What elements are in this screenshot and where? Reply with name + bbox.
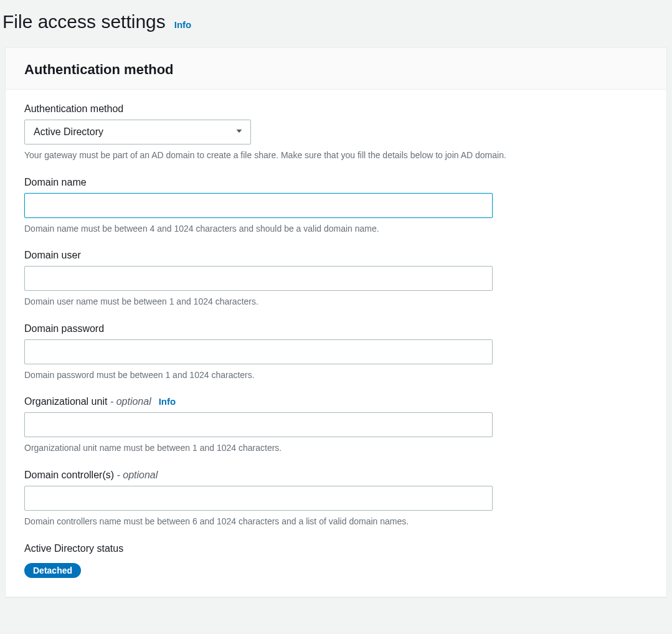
- domain-password-field: Domain password Domain password must be …: [24, 323, 648, 382]
- domain-password-label: Domain password: [24, 323, 104, 334]
- domain-controllers-label: Domain controller(s): [24, 470, 114, 480]
- panel-header: Authentication method: [6, 48, 666, 90]
- org-unit-info-link[interactable]: Info: [159, 396, 176, 407]
- domain-user-field: Domain user Domain user name must be bet…: [24, 250, 648, 308]
- domain-user-input[interactable]: [24, 266, 493, 291]
- auth-method-field: Authentication method Active Directory Y…: [24, 103, 648, 162]
- auth-method-label: Authentication method: [24, 103, 123, 115]
- domain-controllers-input[interactable]: [24, 486, 493, 511]
- page-info-link[interactable]: Info: [174, 19, 192, 30]
- domain-password-input[interactable]: [24, 339, 493, 364]
- domain-name-input[interactable]: [24, 193, 493, 218]
- auth-method-select[interactable]: Active Directory: [24, 120, 251, 144]
- domain-password-help: Domain password must be between 1 and 10…: [24, 369, 648, 382]
- ad-status-badge: Detached: [24, 563, 81, 578]
- domain-controllers-help: Domain controllers name must be between …: [24, 516, 648, 528]
- auth-method-help: Your gateway must be part of an AD domai…: [24, 149, 648, 162]
- page-header: File access settings Info: [0, 0, 672, 47]
- domain-controllers-field: Domain controller(s) - optional Domain c…: [24, 470, 648, 528]
- domain-name-help: Domain name must be between 4 and 1024 c…: [24, 223, 648, 235]
- panel-title: Authentication method: [24, 62, 648, 78]
- auth-method-value: Active Directory: [34, 126, 103, 138]
- page-title: File access settings: [2, 11, 166, 32]
- org-unit-field: Organizational unit - optional Info Orga…: [24, 396, 648, 455]
- org-unit-optional: - optional: [110, 396, 151, 407]
- domain-name-field: Domain name Domain name must be between …: [24, 177, 648, 235]
- domain-user-label: Domain user: [24, 250, 81, 261]
- ad-status-label: Active Directory status: [24, 543, 123, 554]
- org-unit-help: Organizational unit name must be between…: [24, 442, 648, 455]
- domain-name-label: Domain name: [24, 177, 87, 188]
- domain-user-help: Domain user name must be between 1 and 1…: [24, 296, 648, 308]
- auth-method-panel: Authentication method Authentication met…: [5, 47, 667, 597]
- org-unit-label: Organizational unit: [24, 396, 107, 407]
- org-unit-input[interactable]: [24, 412, 493, 437]
- domain-controllers-optional: - optional: [117, 470, 158, 480]
- ad-status-field: Active Directory status Detached: [24, 543, 648, 578]
